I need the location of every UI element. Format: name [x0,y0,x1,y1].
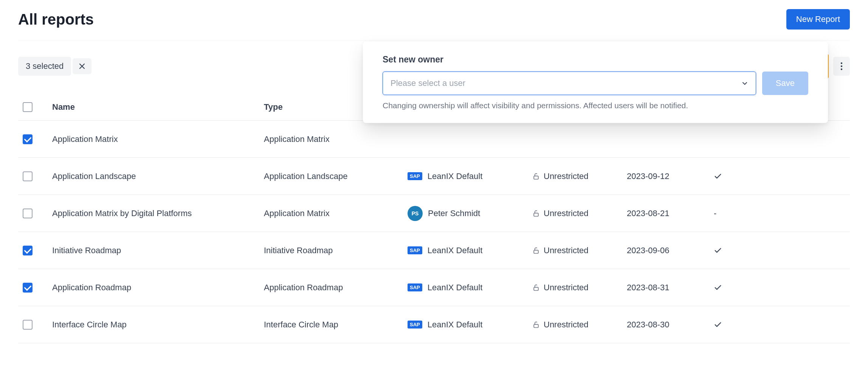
row-name: Application Matrix [52,134,264,144]
sap-badge-icon: SAP [408,283,422,291]
owner-name: Peter Schmidt [428,209,480,218]
unlock-icon [532,321,540,329]
reports-table: Name Type Application MatrixApplication … [18,93,850,343]
table-row[interactable]: Application LandscapeApplication Landsca… [18,158,850,195]
row-indicator [714,321,744,329]
row-type: Application Matrix [264,209,408,218]
row-date: 2023-08-30 [627,320,714,330]
row-visibility: Unrestricted [532,171,627,181]
table-row[interactable]: Application RoadmapApplication RoadmapSA… [18,269,850,306]
row-visibility: Unrestricted [532,283,627,293]
row-type: Interface Circle Map [264,320,408,330]
more-vertical-icon [840,62,843,70]
selection-chip: 3 selected [18,57,71,76]
owner-name: LeanIX Default [428,246,483,255]
row-type: Application Landscape [264,171,408,181]
row-type: Application Matrix [264,134,408,144]
row-owner: SAPLeanIX Default [408,246,532,255]
unlock-icon [532,210,540,217]
row-name: Application Matrix by Digital Platforms [52,209,264,218]
table-row[interactable]: Interface Circle MapInterface Circle Map… [18,306,850,343]
visibility-text: Unrestricted [544,209,589,218]
new-report-button[interactable]: New Report [786,9,850,30]
row-date: 2023-09-06 [627,246,714,255]
row-name: Initiative Roadmap [52,246,264,255]
save-owner-button[interactable]: Save [762,72,808,95]
row-checkbox[interactable] [23,134,33,144]
row-visibility: Unrestricted [532,209,627,218]
popover-hint: Changing ownership will affect visibilit… [383,101,808,110]
row-indicator: - [714,209,744,218]
row-checkbox[interactable] [23,171,33,181]
owner-select[interactable]: Please select a user [383,72,756,95]
chevron-down-icon [741,80,748,87]
check-icon [714,321,744,329]
svg-rect-13 [534,324,538,327]
row-owner: PSPeter Schmidt [408,206,532,221]
avatar: PS [408,206,423,221]
page-title: All reports [18,11,94,28]
check-icon [714,246,744,255]
sap-badge-icon: SAP [408,172,422,180]
select-all-checkbox[interactable] [23,102,33,112]
row-checkbox[interactable] [23,209,33,218]
clear-selection-button[interactable] [73,58,91,74]
row-name: Interface Circle Map [52,320,264,330]
unlock-icon [532,173,540,180]
svg-rect-12 [534,287,538,290]
visibility-text: Unrestricted [544,283,589,293]
more-actions-button[interactable] [833,57,850,76]
table-row[interactable]: Initiative RoadmapInitiative RoadmapSAPL… [18,232,850,269]
row-name: Application Landscape [52,171,264,181]
table-row[interactable]: Application Matrix by Digital PlatformsA… [18,195,850,232]
check-icon [714,172,744,181]
row-date: 2023-08-31 [627,283,714,293]
row-date: 2023-09-12 [627,171,714,181]
row-type: Initiative Roadmap [264,246,408,255]
row-indicator [714,246,744,255]
svg-point-7 [841,65,842,67]
row-checkbox[interactable] [23,283,33,293]
row-indicator [714,172,744,181]
svg-rect-9 [534,176,538,179]
row-owner: SAPLeanIX Default [408,171,532,181]
visibility-text: Unrestricted [544,171,589,181]
svg-point-6 [841,62,842,64]
svg-point-8 [841,69,842,70]
svg-rect-10 [534,213,538,216]
check-icon [714,283,744,292]
visibility-text: Unrestricted [544,320,589,330]
row-visibility: Unrestricted [532,246,627,255]
unlock-icon [532,284,540,291]
popover-title: Set new owner [383,54,808,65]
owner-name: LeanIX Default [428,171,483,181]
row-type: Application Roadmap [264,283,408,293]
row-owner: SAPLeanIX Default [408,283,532,293]
sap-badge-icon: SAP [408,246,422,254]
sap-badge-icon: SAP [408,321,422,329]
row-date: 2023-08-21 [627,209,714,218]
change-owner-popover: Set new owner Please select a user Save … [363,42,828,123]
svg-rect-11 [534,250,538,253]
row-indicator [714,283,744,292]
close-icon [79,63,85,70]
owner-select-placeholder: Please select a user [391,78,465,88]
row-visibility: Unrestricted [532,320,627,330]
table-row[interactable]: Application MatrixApplication Matrix [18,121,850,158]
row-checkbox[interactable] [23,320,33,330]
row-owner: SAPLeanIX Default [408,320,532,330]
owner-name: LeanIX Default [428,320,483,330]
unlock-icon [532,247,540,254]
visibility-text: Unrestricted [544,246,589,255]
row-checkbox[interactable] [23,246,33,255]
column-header-name[interactable]: Name [52,102,264,112]
owner-name: LeanIX Default [428,283,483,293]
row-name: Application Roadmap [52,283,264,293]
